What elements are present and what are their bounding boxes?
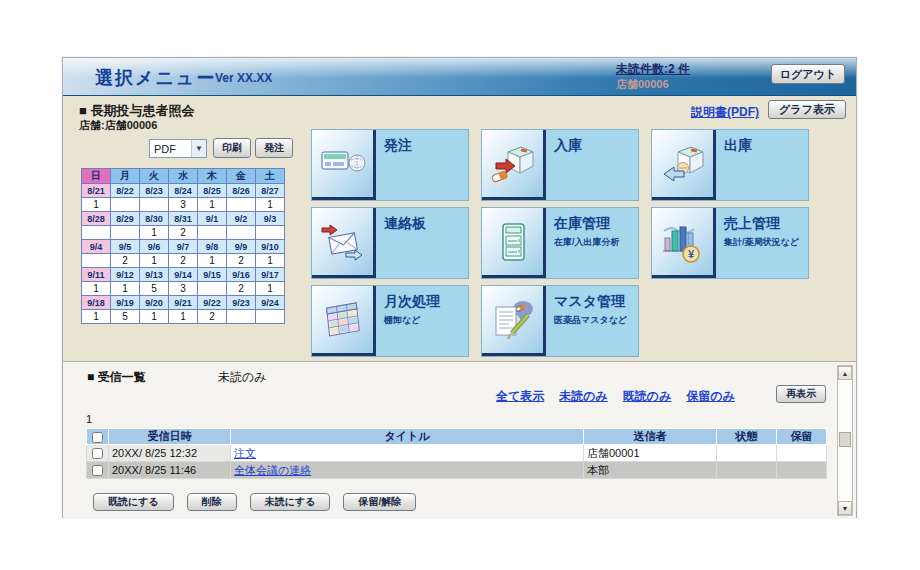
calendar-count: 1 <box>256 282 285 296</box>
calendar-date-row: 8/21 8/22 8/23 8/24 8/25 8/26 8/27 <box>82 184 285 198</box>
main-menu-area: ■ 長期投与患者照会 店舗:店舗00006 説明書(PDF) グラフ表示 PDF… <box>63 96 856 361</box>
row-checkbox[interactable] <box>92 465 103 476</box>
column-header: 送信者 <box>584 429 717 445</box>
column-header: 受信日時 <box>109 429 231 445</box>
mail-status <box>717 462 777 479</box>
monthly-calendar-icon <box>312 286 376 356</box>
calendar-count <box>198 282 227 296</box>
calendar-count: 2 <box>169 226 198 240</box>
print-button[interactable]: 印刷 <box>213 138 251 158</box>
calendar-date: 9/5 <box>111 240 140 254</box>
column-header: 保留 <box>777 429 827 445</box>
stock-out-icon <box>652 130 716 200</box>
store-line: 店舗:店舗00006 <box>79 118 157 133</box>
inbox-panel: ■ 受信一覧 未読のみ 全て表示 未読のみ 既読のみ 保留のみ 再表示 1 受信… <box>63 361 856 519</box>
tile-monthly[interactable]: 月次処理 棚卸など <box>311 285 469 357</box>
filter-unread-link[interactable]: 未読のみ <box>559 388 608 405</box>
calendar-date: 9/19 <box>111 296 140 310</box>
tile-sales[interactable]: ¥ 売上管理 集計/薬局状況など <box>651 207 809 279</box>
mail-sender: 本部 <box>584 462 717 479</box>
calendar-date: 9/4 <box>82 240 111 254</box>
svg-text:¥: ¥ <box>687 248 694 260</box>
calendar-date: 9/14 <box>169 268 198 282</box>
mail-sender: 店舗00001 <box>584 445 717 462</box>
tile-order[interactable]: 発注 <box>311 129 469 201</box>
inbox-filters: 全て表示 未読のみ 既読のみ 保留のみ <box>496 388 735 405</box>
tile-label: 発注 <box>384 137 412 155</box>
calendar-day-header: 日 <box>82 169 111 184</box>
received-mail-table: 受信日時 タイトル 送信者 状態 保留 20XX/ 8/25 12:32 注文 … <box>86 428 827 479</box>
calendar-day-header: 金 <box>227 169 256 184</box>
mark-read-button[interactable]: 既読にする <box>93 493 174 511</box>
select-all-checkbox[interactable] <box>92 432 103 443</box>
calendar-date: 9/21 <box>169 296 198 310</box>
mark-unread-button[interactable]: 未読にする <box>250 493 331 511</box>
calendar-count <box>256 310 285 324</box>
calendar-date-row: 9/18 9/19 9/20 9/21 9/22 9/23 9/24 <box>82 296 285 310</box>
manual-pdf-link[interactable]: 説明書(PDF) <box>691 104 759 121</box>
calendar-header-row: 日 月 火 水 木 金 土 <box>82 169 285 184</box>
format-select[interactable]: PDF ▼ <box>149 139 207 158</box>
tile-sublabel: 棚卸など <box>384 314 440 327</box>
calendar-date: 9/13 <box>140 268 169 282</box>
table-row: 20XX/ 8/25 11:46 全体会議の連絡 本部 <box>87 462 827 479</box>
calendar-date: 9/3 <box>256 212 285 226</box>
calendar-count: 1 <box>82 282 111 296</box>
tile-label: 出庫 <box>724 137 752 155</box>
tile-stock-in[interactable]: 入庫 <box>481 129 639 201</box>
row-checkbox[interactable] <box>92 448 103 459</box>
order-small-button[interactable]: 発注 <box>255 138 293 158</box>
vertical-scrollbar[interactable]: ▲ ▼ <box>837 365 853 516</box>
calendar-date: 9/24 <box>256 296 285 310</box>
calendar-count <box>227 310 256 324</box>
tile-stock-out[interactable]: 出庫 <box>651 129 809 201</box>
version-label: Ver XX.XX <box>215 71 272 85</box>
hold-release-button[interactable]: 保留/解除 <box>343 493 416 511</box>
scrollbar-thumb[interactable] <box>839 432 851 447</box>
calendar-count <box>82 226 111 240</box>
menu-tiles: 発注 <box>311 129 809 357</box>
inbox-filter-state: 未読のみ <box>218 369 267 386</box>
calendar-day-header: 月 <box>111 169 140 184</box>
tile-label: 入庫 <box>554 137 582 155</box>
unread-info: 未読件数:2 件 店舗00006 <box>616 61 690 91</box>
inventory-icon <box>482 208 546 278</box>
calendar-count <box>111 198 140 212</box>
calendar-count-row: 1 3 1 1 <box>82 198 285 212</box>
calendar-count: 1 <box>140 254 169 268</box>
chevron-down-icon: ▼ <box>191 140 206 157</box>
scroll-up-icon[interactable]: ▲ <box>838 366 852 380</box>
tile-master[interactable]: マスタ管理 医薬品マスタなど <box>481 285 639 357</box>
mail-title-link[interactable]: 全体会議の連絡 <box>234 464 311 476</box>
calendar-date: 9/9 <box>227 240 256 254</box>
tile-message-board[interactable]: 連絡板 <box>311 207 469 279</box>
logout-button[interactable]: ログアウト <box>771 64 845 84</box>
filter-hold-link[interactable]: 保留のみ <box>686 388 735 405</box>
column-header: タイトル <box>231 429 584 445</box>
filter-read-link[interactable]: 既読のみ <box>623 388 672 405</box>
select-all-cell <box>87 429 109 445</box>
calendar-date: 8/30 <box>140 212 169 226</box>
calendar-count <box>198 226 227 240</box>
scroll-down-icon[interactable]: ▼ <box>838 501 852 515</box>
mail-hold <box>777 462 827 479</box>
tile-inventory[interactable]: 在庫管理 在庫/入出庫分析 <box>481 207 639 279</box>
calendar-count: 2 <box>198 310 227 324</box>
filter-show-all-link[interactable]: 全て表示 <box>496 388 544 405</box>
graph-display-button[interactable]: グラフ表示 <box>768 100 846 119</box>
calendar-date: 8/22 <box>111 184 140 198</box>
row-checkbox-cell <box>87 445 109 462</box>
calendar-date: 8/21 <box>82 184 111 198</box>
delete-button[interactable]: 削除 <box>187 493 237 511</box>
sales-chart-icon: ¥ <box>652 208 716 278</box>
unread-count-link[interactable]: 未読件数:2 件 <box>616 62 690 76</box>
refresh-button[interactable]: 再表示 <box>776 385 826 403</box>
format-select-value: PDF <box>150 143 191 155</box>
calendar-count <box>111 226 140 240</box>
tile-label: マスタ管理 <box>554 293 627 311</box>
mail-title-link[interactable]: 注文 <box>234 447 256 459</box>
table-row: 20XX/ 8/25 12:32 注文 店舗00001 <box>87 445 827 462</box>
calendar-date: 9/12 <box>111 268 140 282</box>
mail-datetime: 20XX/ 8/25 11:46 <box>109 462 231 479</box>
calendar-count: 2 <box>111 254 140 268</box>
